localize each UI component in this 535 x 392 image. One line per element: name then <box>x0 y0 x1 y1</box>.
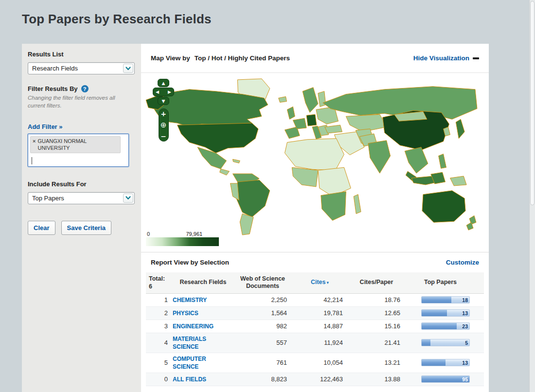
map-view-title: Top / Hot / Highly Cited Papers <box>195 54 290 62</box>
pan-up-button[interactable]: ▲ <box>158 79 169 87</box>
pan-left-button[interactable]: ◀ <box>156 89 159 94</box>
top-papers-bar: 5 <box>421 339 470 346</box>
bar-value: 13 <box>462 360 468 366</box>
column-cites-sort[interactable]: Cites▾ <box>292 279 348 286</box>
field-link[interactable]: ALL FIELDS <box>173 376 206 383</box>
column-research-fields: Research Fields <box>173 279 233 286</box>
table-row: 1 CHEMISTRY 2,250 42,214 18.76 18 <box>146 294 484 307</box>
field-link[interactable]: PHYSICS <box>173 310 198 317</box>
filter-results-label: Filter Results By <box>28 85 78 92</box>
rank-cell: 3 <box>146 322 173 330</box>
docs-cell: 557 <box>233 339 292 346</box>
text-cursor <box>32 157 32 164</box>
cites-per-paper-cell: 12.65 <box>348 309 405 317</box>
cites-per-paper-cell: 18.76 <box>348 296 405 303</box>
customize-link[interactable]: Customize <box>446 259 479 266</box>
table-row: 4 MATERIALS SCIENCE 557 11,924 21.41 5 <box>146 333 484 353</box>
docs-cell: 8,823 <box>233 375 292 383</box>
bar-fill <box>422 339 430 346</box>
bar-value: 23 <box>462 323 468 329</box>
bar-fill <box>422 323 457 329</box>
docs-cell: 2,250 <box>233 296 292 303</box>
rank-cell: 5 <box>146 359 173 366</box>
bar-value: 13 <box>462 310 468 316</box>
cites-per-paper-cell: 13.21 <box>348 359 405 366</box>
table-row: 3 ENGINEERING 982 14,887 15.16 23 <box>146 320 484 333</box>
map-controls: ▲ ◀ ▶ ▼ + ⊕ − <box>153 79 174 142</box>
bar-value: 95 <box>462 376 468 382</box>
filter-tag: × GUANGXI NORMAL UNIVERSITY <box>30 136 121 153</box>
chevron-down-icon[interactable] <box>123 194 133 203</box>
bar-fill <box>422 297 451 303</box>
top-papers-bar: 13 <box>421 359 470 366</box>
cites-per-paper-cell: 15.16 <box>348 322 405 330</box>
pan-right-button[interactable]: ▶ <box>168 89 171 94</box>
filter-note: Changing the filter field removes all cu… <box>28 94 130 109</box>
cites-cell: 14,887 <box>292 322 348 330</box>
map-legend: 0 79,961 <box>146 237 219 246</box>
docs-cell: 761 <box>233 359 292 366</box>
map-view-title-prefix: Map View by <box>151 54 190 62</box>
remove-tag-icon[interactable]: × <box>33 138 36 152</box>
rank-cell: 4 <box>146 339 173 346</box>
rank-cell: 1 <box>146 296 173 303</box>
table-row: 0 ALL FIELDS 8,823 122,463 13.88 95 <box>146 373 484 386</box>
help-icon[interactable]: ? <box>81 85 89 92</box>
cites-cell: 19,781 <box>292 309 348 317</box>
results-list-value: Research Fields <box>32 65 78 72</box>
bar-fill <box>422 310 447 316</box>
column-cites-per-paper: Cites/Paper <box>348 279 405 286</box>
main-panel: Map View byTop / Hot / Highly Cited Pape… <box>141 44 489 392</box>
results-list-select[interactable]: Research Fields <box>28 62 135 74</box>
table-row: 2 PHYSICS 1,564 19,781 12.65 13 <box>146 307 484 320</box>
bar-value: 18 <box>462 297 468 303</box>
add-filter-link[interactable]: Add Filter » <box>28 123 63 130</box>
sort-arrow-icon: ▾ <box>327 280 329 285</box>
field-link[interactable]: CHEMISTRY <box>173 297 207 303</box>
filter-tag-label: GUANGXI NORMAL UNIVERSITY <box>37 138 117 152</box>
globe-icon[interactable]: ⊕ <box>160 122 167 129</box>
map-view-header: Map View byTop / Hot / Highly Cited Pape… <box>141 44 489 73</box>
minus-icon <box>473 57 479 59</box>
report-view-title: Report View by Selection <box>151 259 229 266</box>
total-label: Total: <box>149 275 173 283</box>
pan-down-button[interactable]: ▼ <box>158 97 169 105</box>
top-papers-bar: 23 <box>421 322 470 330</box>
scrollbar-thumb[interactable] <box>530 1 535 205</box>
table-row: 5 COMPUTER SCIENCE 761 10,054 13.21 13 <box>146 353 484 373</box>
top-papers-bar: 18 <box>421 296 470 303</box>
include-results-label: Include Results For <box>28 180 135 188</box>
filter-input-box[interactable]: × GUANGXI NORMAL UNIVERSITY <box>28 134 129 167</box>
top-papers-bar: 13 <box>421 309 470 317</box>
column-top-papers: Top Papers <box>405 279 476 286</box>
column-wos-documents: Web of Science Documents <box>233 275 292 290</box>
field-link[interactable]: MATERIALS SCIENCE <box>173 336 206 350</box>
legend-min-label: 0 <box>147 231 150 237</box>
top-papers-bar: 95 <box>421 375 470 383</box>
rank-cell: 2 <box>146 309 173 317</box>
cites-cell: 122,463 <box>292 375 348 383</box>
docs-cell: 1,564 <box>233 309 292 317</box>
world-map[interactable] <box>142 75 482 236</box>
clear-button[interactable]: Clear <box>28 221 55 235</box>
field-link[interactable]: COMPUTER SCIENCE <box>173 356 206 370</box>
results-list-label: Results List <box>28 51 135 58</box>
hide-visualization-link[interactable]: Hide Visualization <box>413 54 479 62</box>
cites-per-paper-cell: 13.88 <box>348 375 405 383</box>
zoom-in-button[interactable]: + <box>160 110 166 117</box>
cites-cell: 10,054 <box>292 359 348 366</box>
zoom-control: + ⊕ − <box>159 108 169 142</box>
map-area: ▲ ◀ ▶ ▼ + ⊕ − 0 79,961 <box>141 73 489 252</box>
cites-cell: 42,214 <box>292 296 348 303</box>
zoom-out-button[interactable]: − <box>160 133 166 140</box>
save-criteria-button[interactable]: Save Criteria <box>61 221 112 235</box>
rank-cell: 0 <box>146 375 173 383</box>
total-value: 6 <box>149 283 173 290</box>
bar-value: 5 <box>465 340 468 346</box>
chevron-down-icon[interactable] <box>123 64 133 73</box>
field-link[interactable]: ENGINEERING <box>173 323 214 330</box>
table-header-row: Total: 6 Research Fields Web of Science … <box>146 272 484 294</box>
sidebar: Results List Research Fields Filter Resu… <box>22 44 141 392</box>
include-results-select[interactable]: Top Papers <box>28 192 135 204</box>
docs-cell: 982 <box>233 322 292 330</box>
